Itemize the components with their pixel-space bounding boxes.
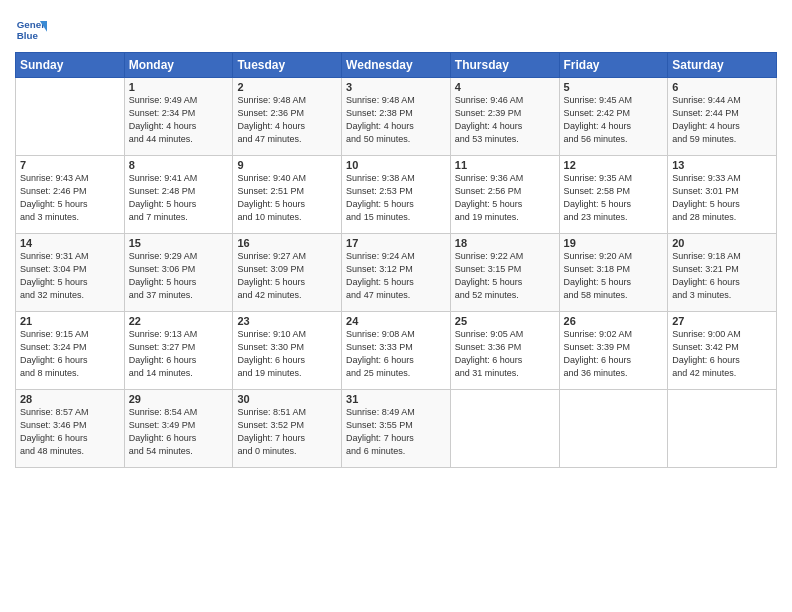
- header: General Blue: [15, 10, 777, 46]
- day-info: Sunrise: 9:13 AM Sunset: 3:27 PM Dayligh…: [129, 328, 229, 380]
- day-info: Sunrise: 9:10 AM Sunset: 3:30 PM Dayligh…: [237, 328, 337, 380]
- col-header-wednesday: Wednesday: [342, 53, 451, 78]
- calendar-page: General Blue SundayMondayTuesdayWednesda…: [0, 0, 792, 612]
- day-number: 25: [455, 315, 555, 327]
- day-cell: [559, 390, 668, 468]
- day-number: 9: [237, 159, 337, 171]
- logo-icon: General Blue: [15, 14, 47, 46]
- day-info: Sunrise: 9:00 AM Sunset: 3:42 PM Dayligh…: [672, 328, 772, 380]
- day-info: Sunrise: 9:48 AM Sunset: 2:36 PM Dayligh…: [237, 94, 337, 146]
- day-info: Sunrise: 9:41 AM Sunset: 2:48 PM Dayligh…: [129, 172, 229, 224]
- week-row-3: 14Sunrise: 9:31 AM Sunset: 3:04 PM Dayli…: [16, 234, 777, 312]
- day-cell: 26Sunrise: 9:02 AM Sunset: 3:39 PM Dayli…: [559, 312, 668, 390]
- day-cell: 8Sunrise: 9:41 AM Sunset: 2:48 PM Daylig…: [124, 156, 233, 234]
- day-number: 29: [129, 393, 229, 405]
- day-info: Sunrise: 9:20 AM Sunset: 3:18 PM Dayligh…: [564, 250, 664, 302]
- day-number: 2: [237, 81, 337, 93]
- calendar-table: SundayMondayTuesdayWednesdayThursdayFrid…: [15, 52, 777, 468]
- day-info: Sunrise: 9:18 AM Sunset: 3:21 PM Dayligh…: [672, 250, 772, 302]
- week-row-2: 7Sunrise: 9:43 AM Sunset: 2:46 PM Daylig…: [16, 156, 777, 234]
- day-number: 24: [346, 315, 446, 327]
- day-number: 12: [564, 159, 664, 171]
- day-cell: 21Sunrise: 9:15 AM Sunset: 3:24 PM Dayli…: [16, 312, 125, 390]
- day-number: 31: [346, 393, 446, 405]
- day-number: 20: [672, 237, 772, 249]
- day-cell: 2Sunrise: 9:48 AM Sunset: 2:36 PM Daylig…: [233, 78, 342, 156]
- day-number: 26: [564, 315, 664, 327]
- day-info: Sunrise: 8:54 AM Sunset: 3:49 PM Dayligh…: [129, 406, 229, 458]
- day-cell: 22Sunrise: 9:13 AM Sunset: 3:27 PM Dayli…: [124, 312, 233, 390]
- day-info: Sunrise: 9:35 AM Sunset: 2:58 PM Dayligh…: [564, 172, 664, 224]
- day-cell: 4Sunrise: 9:46 AM Sunset: 2:39 PM Daylig…: [450, 78, 559, 156]
- header-row: SundayMondayTuesdayWednesdayThursdayFrid…: [16, 53, 777, 78]
- day-cell: 12Sunrise: 9:35 AM Sunset: 2:58 PM Dayli…: [559, 156, 668, 234]
- day-info: Sunrise: 9:29 AM Sunset: 3:06 PM Dayligh…: [129, 250, 229, 302]
- calendar-body: 1Sunrise: 9:49 AM Sunset: 2:34 PM Daylig…: [16, 78, 777, 468]
- col-header-saturday: Saturday: [668, 53, 777, 78]
- day-cell: [16, 78, 125, 156]
- day-cell: [668, 390, 777, 468]
- day-number: 23: [237, 315, 337, 327]
- col-header-friday: Friday: [559, 53, 668, 78]
- day-info: Sunrise: 9:31 AM Sunset: 3:04 PM Dayligh…: [20, 250, 120, 302]
- day-info: Sunrise: 8:57 AM Sunset: 3:46 PM Dayligh…: [20, 406, 120, 458]
- day-number: 30: [237, 393, 337, 405]
- day-cell: 27Sunrise: 9:00 AM Sunset: 3:42 PM Dayli…: [668, 312, 777, 390]
- day-info: Sunrise: 9:40 AM Sunset: 2:51 PM Dayligh…: [237, 172, 337, 224]
- logo: General Blue: [15, 14, 47, 46]
- day-cell: 13Sunrise: 9:33 AM Sunset: 3:01 PM Dayli…: [668, 156, 777, 234]
- day-cell: 11Sunrise: 9:36 AM Sunset: 2:56 PM Dayli…: [450, 156, 559, 234]
- day-number: 10: [346, 159, 446, 171]
- day-cell: 30Sunrise: 8:51 AM Sunset: 3:52 PM Dayli…: [233, 390, 342, 468]
- day-number: 22: [129, 315, 229, 327]
- day-number: 13: [672, 159, 772, 171]
- day-number: 8: [129, 159, 229, 171]
- day-cell: 3Sunrise: 9:48 AM Sunset: 2:38 PM Daylig…: [342, 78, 451, 156]
- col-header-thursday: Thursday: [450, 53, 559, 78]
- day-info: Sunrise: 9:36 AM Sunset: 2:56 PM Dayligh…: [455, 172, 555, 224]
- day-cell: 18Sunrise: 9:22 AM Sunset: 3:15 PM Dayli…: [450, 234, 559, 312]
- col-header-sunday: Sunday: [16, 53, 125, 78]
- day-number: 14: [20, 237, 120, 249]
- day-number: 6: [672, 81, 772, 93]
- day-cell: 1Sunrise: 9:49 AM Sunset: 2:34 PM Daylig…: [124, 78, 233, 156]
- day-number: 3: [346, 81, 446, 93]
- day-info: Sunrise: 9:46 AM Sunset: 2:39 PM Dayligh…: [455, 94, 555, 146]
- week-row-1: 1Sunrise: 9:49 AM Sunset: 2:34 PM Daylig…: [16, 78, 777, 156]
- day-number: 7: [20, 159, 120, 171]
- week-row-5: 28Sunrise: 8:57 AM Sunset: 3:46 PM Dayli…: [16, 390, 777, 468]
- day-cell: 15Sunrise: 9:29 AM Sunset: 3:06 PM Dayli…: [124, 234, 233, 312]
- day-info: Sunrise: 9:15 AM Sunset: 3:24 PM Dayligh…: [20, 328, 120, 380]
- day-info: Sunrise: 9:48 AM Sunset: 2:38 PM Dayligh…: [346, 94, 446, 146]
- day-cell: 29Sunrise: 8:54 AM Sunset: 3:49 PM Dayli…: [124, 390, 233, 468]
- day-cell: [450, 390, 559, 468]
- day-cell: 5Sunrise: 9:45 AM Sunset: 2:42 PM Daylig…: [559, 78, 668, 156]
- day-number: 1: [129, 81, 229, 93]
- day-number: 28: [20, 393, 120, 405]
- day-info: Sunrise: 9:49 AM Sunset: 2:34 PM Dayligh…: [129, 94, 229, 146]
- day-number: 18: [455, 237, 555, 249]
- day-cell: 9Sunrise: 9:40 AM Sunset: 2:51 PM Daylig…: [233, 156, 342, 234]
- day-info: Sunrise: 9:02 AM Sunset: 3:39 PM Dayligh…: [564, 328, 664, 380]
- day-info: Sunrise: 8:49 AM Sunset: 3:55 PM Dayligh…: [346, 406, 446, 458]
- day-number: 11: [455, 159, 555, 171]
- day-number: 21: [20, 315, 120, 327]
- day-cell: 31Sunrise: 8:49 AM Sunset: 3:55 PM Dayli…: [342, 390, 451, 468]
- day-cell: 19Sunrise: 9:20 AM Sunset: 3:18 PM Dayli…: [559, 234, 668, 312]
- day-number: 19: [564, 237, 664, 249]
- day-cell: 6Sunrise: 9:44 AM Sunset: 2:44 PM Daylig…: [668, 78, 777, 156]
- day-cell: 17Sunrise: 9:24 AM Sunset: 3:12 PM Dayli…: [342, 234, 451, 312]
- day-cell: 10Sunrise: 9:38 AM Sunset: 2:53 PM Dayli…: [342, 156, 451, 234]
- week-row-4: 21Sunrise: 9:15 AM Sunset: 3:24 PM Dayli…: [16, 312, 777, 390]
- day-number: 4: [455, 81, 555, 93]
- day-info: Sunrise: 9:08 AM Sunset: 3:33 PM Dayligh…: [346, 328, 446, 380]
- day-number: 17: [346, 237, 446, 249]
- day-cell: 24Sunrise: 9:08 AM Sunset: 3:33 PM Dayli…: [342, 312, 451, 390]
- day-info: Sunrise: 9:38 AM Sunset: 2:53 PM Dayligh…: [346, 172, 446, 224]
- day-number: 27: [672, 315, 772, 327]
- col-header-monday: Monday: [124, 53, 233, 78]
- day-info: Sunrise: 9:27 AM Sunset: 3:09 PM Dayligh…: [237, 250, 337, 302]
- day-info: Sunrise: 9:22 AM Sunset: 3:15 PM Dayligh…: [455, 250, 555, 302]
- col-header-tuesday: Tuesday: [233, 53, 342, 78]
- day-info: Sunrise: 8:51 AM Sunset: 3:52 PM Dayligh…: [237, 406, 337, 458]
